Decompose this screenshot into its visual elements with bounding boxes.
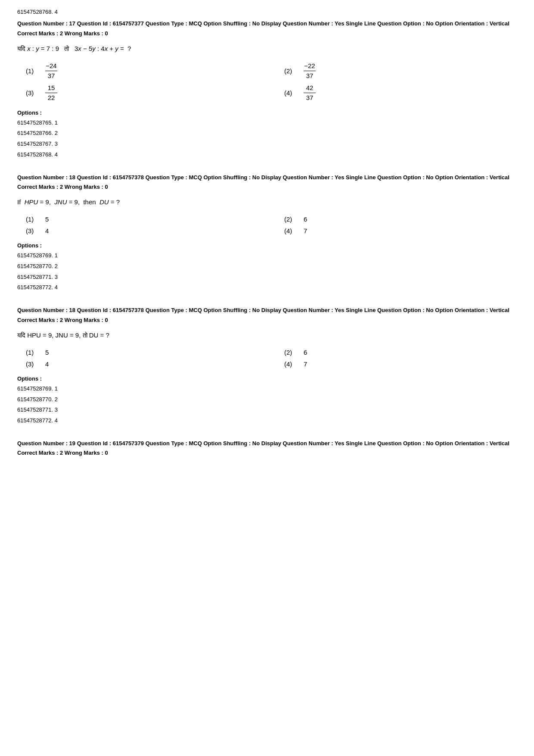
question-18a-text: If HPU = 9, JNU = 9, then DU = ? (17, 196, 517, 208)
question-18b-marks: Correct Marks : 2 Wrong Marks : 0 (17, 317, 517, 323)
option-17-2-fraction: −22 37 (304, 62, 316, 80)
question-18b-text: यदि HPU = 9, JNU = 9, तो DU = ? (17, 329, 517, 341)
option-18a-4-num: (4) (284, 227, 295, 234)
question-17-marks: Correct Marks : 2 Wrong Marks : 0 (17, 30, 517, 37)
question-18a-options-label: Options : (17, 242, 517, 249)
option-18a-3: (3) 4 (26, 227, 258, 234)
option-17-4-fraction: 42 37 (304, 84, 316, 102)
option-id-18b-1: 61547528769. 1 (17, 384, 517, 394)
question-17: Question Number : 17 Question Id : 61547… (17, 19, 517, 160)
option-17-1-num: (1) (26, 67, 37, 75)
option-18b-2-num: (2) (284, 349, 295, 356)
option-17-1-denominator: 37 (48, 71, 55, 80)
option-18a-4: (4) 7 (284, 227, 517, 234)
option-18b-1: (1) 5 (26, 349, 258, 356)
option-18b-3-val: 4 (45, 360, 49, 368)
option-17-3: (3) 15 22 (26, 84, 258, 102)
question-19-marks: Correct Marks : 2 Wrong Marks : 0 (17, 450, 517, 456)
option-18a-2-num: (2) (284, 216, 295, 223)
question-17-text: यदि x : y = 7 : 9 तो 3x − 5y : 4x + y = … (17, 43, 517, 54)
option-17-4-numerator: 42 (304, 84, 316, 93)
question-17-option-ids: 61547528765. 1 61547528766. 2 6154752876… (17, 118, 517, 160)
question-18a-options: (1) 5 (2) 6 (3) 4 (4) 7 (17, 216, 517, 234)
option-id-18a-3: 61547528771. 3 (17, 272, 517, 283)
option-id-17-2: 61547528766. 2 (17, 128, 517, 139)
option-18a-1-num: (1) (26, 216, 37, 223)
option-17-4-num: (4) (284, 89, 295, 97)
option-17-4: (4) 42 37 (284, 84, 517, 102)
question-18a-marks: Correct Marks : 2 Wrong Marks : 0 (17, 184, 517, 190)
option-id-18a-1: 61547528769. 1 (17, 250, 517, 261)
option-18b-1-val: 5 (45, 349, 49, 356)
question-18a-option-ids: 61547528769. 1 61547528770. 2 6154752877… (17, 250, 517, 293)
option-18a-3-num: (3) (26, 227, 37, 234)
question-17-options-label: Options : (17, 109, 517, 116)
option-18a-3-val: 4 (45, 227, 49, 234)
question-18b-options: (1) 5 (2) 6 (3) 4 (4) 7 (17, 349, 517, 368)
option-18b-2-val: 6 (304, 349, 307, 356)
option-18a-4-val: 7 (304, 227, 307, 234)
option-18b-4-num: (4) (284, 360, 295, 368)
option-17-1-numerator: −24 (45, 62, 57, 71)
option-18a-2-val: 6 (304, 216, 307, 223)
option-id-17-4: 61547528768. 4 (17, 150, 517, 160)
option-id-18a-4: 61547528772. 4 (17, 282, 517, 293)
option-18a-1: (1) 5 (26, 216, 258, 223)
option-17-4-denominator: 37 (306, 93, 314, 102)
question-19: Question Number : 19 Question Id : 61547… (17, 439, 517, 456)
top-reference: 61547528768. 4 (17, 9, 517, 15)
option-18b-2: (2) 6 (284, 349, 517, 356)
option-17-1: (1) −24 37 (26, 62, 258, 80)
option-18b-1-num: (1) (26, 349, 37, 356)
option-id-17-1: 61547528765. 1 (17, 118, 517, 128)
option-17-3-fraction: 15 22 (45, 84, 57, 102)
option-id-18b-2: 61547528770. 2 (17, 394, 517, 405)
question-18a: Question Number : 18 Question Id : 61547… (17, 173, 517, 294)
question-18b-option-ids: 61547528769. 1 61547528770. 2 6154752877… (17, 384, 517, 426)
option-id-18a-2: 61547528770. 2 (17, 261, 517, 272)
option-17-3-numerator: 15 (45, 84, 57, 93)
option-17-3-num: (3) (26, 89, 37, 97)
option-id-17-3: 61547528767. 3 (17, 139, 517, 150)
question-17-meta: Question Number : 17 Question Id : 61547… (17, 19, 517, 28)
question-18b: Question Number : 18 Question Id : 61547… (17, 306, 517, 426)
option-17-3-denominator: 22 (48, 93, 55, 102)
option-17-2: (2) −22 37 (284, 62, 517, 80)
option-18b-4-val: 7 (304, 360, 307, 368)
option-17-2-numerator: −22 (304, 62, 316, 71)
option-18a-1-val: 5 (45, 216, 49, 223)
question-18b-options-label: Options : (17, 375, 517, 382)
option-18b-4: (4) 7 (284, 360, 517, 368)
option-17-2-denominator: 37 (306, 71, 314, 80)
option-17-1-fraction: −24 37 (45, 62, 57, 80)
question-18a-meta: Question Number : 18 Question Id : 61547… (17, 173, 517, 182)
option-18a-2: (2) 6 (284, 216, 517, 223)
option-18b-3: (3) 4 (26, 360, 258, 368)
option-id-18b-3: 61547528771. 3 (17, 405, 517, 415)
option-17-2-num: (2) (284, 67, 295, 75)
question-19-meta: Question Number : 19 Question Id : 61547… (17, 439, 517, 448)
option-id-18b-4: 61547528772. 4 (17, 415, 517, 426)
option-18b-3-num: (3) (26, 360, 37, 368)
question-18b-meta: Question Number : 18 Question Id : 61547… (17, 306, 517, 315)
question-17-options: (1) −24 37 (2) −22 37 (3) 15 22 (4) 42 (17, 62, 517, 102)
